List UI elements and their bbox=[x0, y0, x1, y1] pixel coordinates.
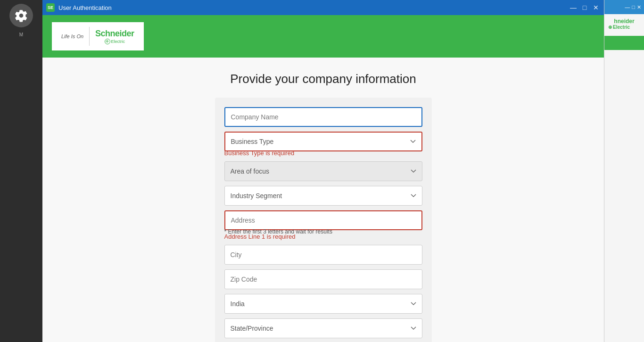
address-group: * Enter the first 3 letters and wait for… bbox=[224, 210, 422, 240]
address-input[interactable] bbox=[224, 210, 422, 230]
left-sidebar: M bbox=[0, 0, 42, 342]
form-area[interactable]: Provide your company information Busines… bbox=[42, 58, 604, 342]
title-bar-controls: — □ ✕ bbox=[569, 3, 600, 12]
right-panel: — □ ✕ hneider ⊛ Electric bbox=[604, 0, 644, 342]
gear-icon bbox=[14, 8, 28, 23]
schneider-brand-name: Schneider bbox=[95, 29, 134, 39]
minimize-button[interactable]: — bbox=[569, 3, 578, 12]
minimize-btn-right[interactable]: — bbox=[625, 4, 630, 10]
zip-code-input[interactable] bbox=[224, 269, 422, 289]
app-icon bbox=[9, 4, 33, 27]
country-select[interactable]: India United States United Kingdom Germa… bbox=[224, 294, 422, 314]
close-button[interactable]: ✕ bbox=[592, 3, 600, 12]
title-bar-icon: SE bbox=[46, 3, 55, 12]
city-input[interactable] bbox=[224, 245, 422, 265]
maximize-button[interactable]: □ bbox=[580, 3, 589, 12]
title-bar: SE User Authentication — □ ✕ bbox=[42, 0, 604, 15]
business-type-group: Business Type Contractor Distributor End… bbox=[224, 132, 422, 157]
green-bar-right bbox=[604, 36, 644, 50]
state-province-select[interactable]: State/Province bbox=[224, 318, 422, 338]
life-is-on-text: Life Is On bbox=[61, 33, 83, 39]
header-divider bbox=[89, 27, 90, 46]
schneider-logo: Schneider ⊕ Electric bbox=[95, 29, 134, 44]
maximize-btn-right[interactable]: □ bbox=[632, 4, 635, 10]
schneider-brand-subtitle: ⊕ Electric bbox=[105, 39, 125, 44]
right-brand: hneider ⊛ Electric bbox=[604, 14, 644, 34]
title-bar-text: User Authentication bbox=[58, 4, 569, 11]
form-container: Provide your company information Busines… bbox=[206, 72, 441, 342]
area-of-focus-select[interactable]: Area of focus Industrial Commercial Resi… bbox=[224, 161, 422, 181]
schneider-header: Life Is On Schneider ⊕ Electric bbox=[42, 15, 604, 58]
schneider-logo-right: hneider ⊛ Electric bbox=[608, 18, 640, 30]
business-type-select[interactable]: Business Type Contractor Distributor End… bbox=[224, 132, 422, 151]
sidebar-app-label: M bbox=[0, 31, 42, 38]
company-name-input[interactable] bbox=[224, 107, 422, 127]
close-btn-right[interactable]: ✕ bbox=[637, 4, 641, 10]
form-title: Provide your company information bbox=[215, 72, 432, 86]
industry-segment-select[interactable]: Industry Segment Oil & Gas Water Mining … bbox=[224, 186, 422, 206]
dialog-overlay: SE User Authentication — □ ✕ Life Is On … bbox=[42, 0, 604, 342]
form-card: Business Type Contractor Distributor End… bbox=[215, 98, 432, 342]
right-top-bar: — □ ✕ bbox=[604, 0, 644, 14]
dialog-window: SE User Authentication — □ ✕ Life Is On … bbox=[42, 0, 604, 342]
schneider-header-inner: Life Is On Schneider ⊕ Electric bbox=[52, 22, 144, 50]
